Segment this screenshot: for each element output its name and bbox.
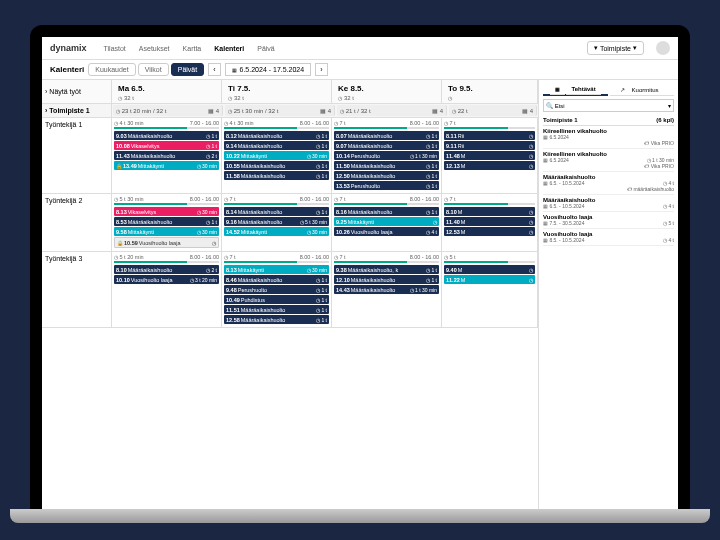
task-item[interactable]: 12.10 Määräaikaishuolto1 t — [334, 275, 439, 284]
task-item[interactable]: 10.08 Vikaselvitys1 t — [114, 141, 219, 150]
search-input[interactable]: 🔍 Etsi▾ — [543, 99, 674, 112]
side-task-item[interactable]: Määräaikaishuolto▦ 6.5. - 10.5.2024 4 t — [543, 195, 674, 212]
location-filter-button[interactable]: ▾Toimipiste▾ — [587, 41, 644, 55]
nav-tilastot[interactable]: Tilastot — [99, 43, 131, 54]
task-item[interactable]: 8.10 M — [444, 207, 535, 216]
nav-kalenteri[interactable]: Kalenteri — [209, 43, 249, 54]
view-päivät[interactable]: Päivät — [171, 63, 204, 76]
nav-asetukset[interactable]: Asetukset — [134, 43, 175, 54]
task-item[interactable]: 14.52 Mittakäynti30 min — [224, 227, 329, 236]
view-kuukaudet[interactable]: Kuukaudet — [88, 63, 135, 76]
side-task-item[interactable]: Kiireellinen vikahuolto▦ 6.5.2024🏷 Vika … — [543, 126, 674, 149]
task-item[interactable]: 11.40 M — [444, 217, 535, 226]
prev-button[interactable]: ‹ — [208, 63, 220, 76]
topnav: TilastotAsetuksetKarttaKalenteriPäivä — [99, 43, 280, 54]
side-task-item[interactable]: Vuosihuolto laaja▦ 8.5. - 10.5.2024 4 t — [543, 229, 674, 246]
tab-load[interactable]: ↗ Kuormitus — [610, 84, 675, 96]
nav-kartta[interactable]: Kartta — [178, 43, 207, 54]
stat-cell: 25 t 30 min / 32 t▦ 4 — [225, 105, 335, 116]
day-header: Ma 6.5. — [115, 82, 218, 95]
stat-cell: 23 t 20 min / 32 t▦ 4 — [113, 105, 223, 116]
logo: dynamix — [50, 43, 87, 53]
task-item[interactable]: 12.50 Määräaikaishuolto1 t — [334, 171, 439, 180]
task-item[interactable]: 9.16 Määräaikaishuolto5 t 30 min — [224, 217, 329, 226]
page-title: Kalenteri — [50, 65, 84, 74]
tab-tasks[interactable]: Tehtävät — [543, 84, 608, 96]
stat-cell: 21 t / 32 t▦ 4 — [337, 105, 447, 116]
nav-päivä[interactable]: Päivä — [252, 43, 280, 54]
side-panel: Tehtävät ↗ Kuormitus 🔍 Etsi▾ Toimipiste … — [538, 80, 678, 515]
avatar[interactable] — [656, 41, 670, 55]
task-item[interactable]: 11.58 Määräaikaishuolto1 t — [224, 171, 329, 180]
day-header: Ti 7.5. — [225, 82, 328, 95]
side-task-item[interactable]: Määräaikaishuolto▦ 6.5. - 10.5.2024 4 t🏷… — [543, 172, 674, 195]
task-item[interactable]: 10.14 Perushuolto1 t 30 min — [334, 151, 439, 160]
task-item[interactable]: 9.25 Mittakäynti — [334, 217, 439, 226]
task-item[interactable]: 14.43 Määräaikaishuolto1 t 30 min — [334, 285, 439, 294]
task-item[interactable]: 11.43 Määräaikaishuolto2 t — [114, 151, 219, 160]
task-item[interactable]: 11.22 M — [444, 275, 535, 284]
topbar: dynamix TilastotAsetuksetKarttaKalenteri… — [42, 37, 678, 60]
task-item[interactable]: 11.51 Määräaikaishuolto1 t — [224, 305, 329, 314]
task-item[interactable]: 8.16 Määräaikaishuolto1 t — [334, 207, 439, 216]
task-item[interactable]: 8.11 Rii — [444, 131, 535, 140]
side-task-item[interactable]: Vuosihuolto laaja▦ 7.5. - 30.5.2024 5 t — [543, 212, 674, 229]
task-item[interactable]: 8.13 Mittakäynti30 min — [224, 265, 329, 274]
task-item[interactable]: 8.07 Määräaikaishuolto1 t — [334, 131, 439, 140]
location-row-header[interactable]: Toimipiste 1 — [42, 104, 112, 117]
task-item[interactable]: 8.10 Määräaikaishuolto2 t — [114, 265, 219, 274]
day-header: Ke 8.5. — [335, 82, 438, 95]
worker-label: Työntekijä 3 — [42, 252, 112, 327]
task-item[interactable]: 9.03 Määräaikaishuolto1 t — [114, 131, 219, 140]
worker-label: Työntekijä 1 — [42, 118, 112, 193]
task-item[interactable]: 9.14 Määräaikaishuolto1 t — [224, 141, 329, 150]
expand-toggle[interactable]: Näytä työt — [42, 80, 112, 103]
view-viikot[interactable]: Viikot — [138, 63, 169, 76]
task-item[interactable]: 8.13 Vikaselvitys30 min — [114, 207, 219, 216]
task-item[interactable]: 8.14 Määräaikaishuolto1 t — [224, 207, 329, 216]
task-item[interactable]: 12.13 M — [444, 161, 535, 170]
subbar: Kalenteri KuukaudetViikotPäivät ‹ 6.5.20… — [42, 60, 678, 80]
day-header: To 9.5. — [445, 82, 534, 95]
task-item[interactable]: 9.58 Mittakäynti30 min — [114, 227, 219, 236]
task-item[interactable]: 10.59 Vuosihuolto laaja — [114, 237, 219, 248]
task-item[interactable]: 8.12 Määräaikaishuolto1 t — [224, 131, 329, 140]
task-item[interactable]: 10.26 Vuosihuolto laaja4 t — [334, 227, 439, 236]
stat-cell: 22 t▦ 4 — [449, 105, 537, 116]
worker-label: Työntekijä 2 — [42, 194, 112, 251]
task-item[interactable]: 13.49 Mittakäynti30 min — [114, 161, 219, 170]
task-item[interactable]: 11.48 M — [444, 151, 535, 160]
task-item[interactable]: 10.10 Vuosihuolto laaja3 t 20 min — [114, 275, 219, 284]
task-item[interactable]: 10.55 Määräaikaishuolto1 t — [224, 161, 329, 170]
task-item[interactable]: 10.49 Puhdistus1 t — [224, 295, 329, 304]
task-item[interactable]: 9.38 Määräaikaishuolto, k1 t — [334, 265, 439, 274]
task-item[interactable]: 9.40 M — [444, 265, 535, 274]
task-item[interactable]: 9.07 Määräaikaishuolto1 t — [334, 141, 439, 150]
task-item[interactable]: 8.46 Määräaikaishuolto1 t — [224, 275, 329, 284]
task-item[interactable]: 9.11 Rii — [444, 141, 535, 150]
task-item[interactable]: 12.58 Määräaikaishuolto1 t — [224, 315, 329, 324]
date-range-input[interactable]: 6.5.2024 - 17.5.2024 — [225, 63, 312, 76]
task-item[interactable]: 9.48 Perushuolto1 t — [224, 285, 329, 294]
task-item[interactable]: 13.53 Perushuolto1 t — [334, 181, 439, 190]
task-item[interactable]: 12.53 M — [444, 227, 535, 236]
task-item[interactable]: 10.22 Mittakäynti30 min — [224, 151, 329, 160]
side-header: Toimipiste 1 — [543, 117, 578, 123]
task-item[interactable]: 8.53 Määräaikaishuolto1 t — [114, 217, 219, 226]
task-item[interactable]: 11.50 Määräaikaishuolto1 t — [334, 161, 439, 170]
next-button[interactable]: › — [315, 63, 327, 76]
side-task-item[interactable]: Kiireellinen vikahuolto▦ 6.5.2024 1 t 30… — [543, 149, 674, 172]
